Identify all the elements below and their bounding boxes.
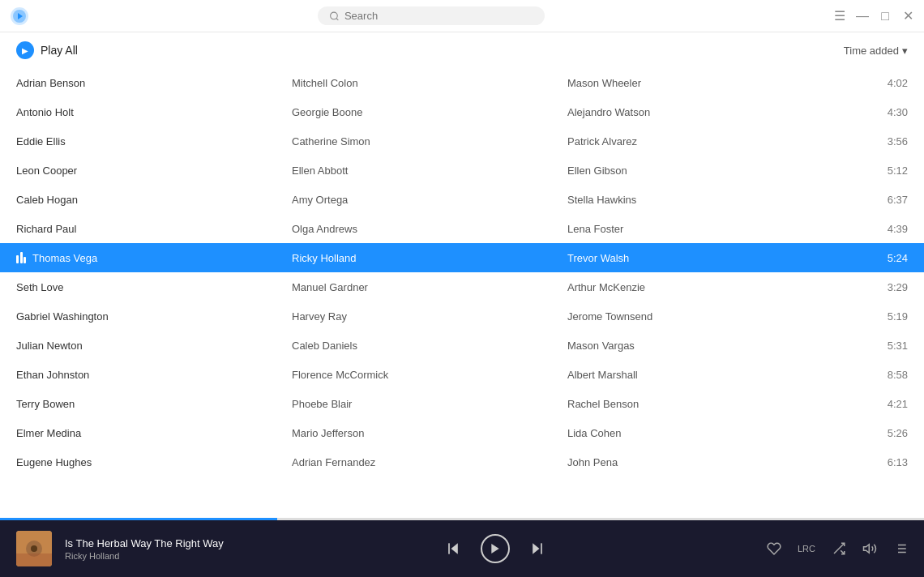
track-duration: 3:29 [843, 281, 908, 293]
track-duration: 4:39 [843, 223, 908, 235]
track-composer: Albert Marshall [567, 369, 843, 381]
minimize-button[interactable]: — [856, 10, 869, 23]
track-name: Julian Newton [16, 340, 83, 352]
track-artist: Phoebe Blair [292, 398, 567, 410]
track-name: Terry Bowen [16, 398, 75, 410]
track-row[interactable]: Caleb Hogan Amy Ortega Stella Hawkins 6:… [0, 185, 924, 214]
track-row[interactable]: Antonio Holt Georgie Boone Alejandro Wat… [0, 97, 924, 126]
now-playing-artist: Ricky Holland [65, 551, 224, 561]
track-row[interactable]: Eddie Ellis Catherine Simon Patrick Alva… [0, 126, 924, 156]
track-duration: 4:02 [843, 77, 908, 89]
track-row[interactable]: Thomas Vega Ricky Holland Trevor Walsh 5… [0, 243, 924, 272]
track-name: Adrian Benson [16, 77, 85, 89]
playing-icon [16, 252, 26, 263]
close-button[interactable]: ✕ [901, 10, 914, 23]
play-all-label: Play All [41, 44, 78, 57]
search-input[interactable] [344, 10, 533, 22]
track-artist: Harvey Ray [292, 310, 567, 323]
content-area: ▶ Play All Time added ▾ Adrian Benson Mi… [0, 32, 924, 520]
search-icon [329, 11, 340, 22]
now-playing-title: Is The Herbal Way The Right Way [65, 537, 224, 549]
heart-button[interactable] [767, 541, 781, 556]
track-artist: Florence McCormick [292, 369, 567, 381]
track-artist: Mitchell Colon [292, 77, 567, 89]
track-composer: Lida Cohen [567, 427, 843, 439]
track-name: Seth Love [16, 281, 64, 293]
track-list: Adrian Benson Mitchell Colon Mason Wheel… [0, 68, 924, 477]
track-artist: Georgie Boone [292, 106, 567, 118]
track-name-col: Julian Newton [16, 340, 292, 352]
search-bar[interactable] [318, 6, 545, 25]
track-composer: John Pena [567, 456, 843, 468]
track-name: Richard Paul [16, 223, 76, 235]
track-name: Thomas Vega [32, 252, 97, 264]
track-duration: 5:26 [843, 427, 908, 439]
track-name: Gabriel Washington [16, 310, 109, 323]
play-all-icon: ▶ [16, 41, 34, 59]
sort-control[interactable]: Time added ▾ [844, 45, 908, 57]
track-row[interactable]: Terry Bowen Phoebe Blair Rachel Benson 4… [0, 389, 924, 418]
svg-rect-10 [448, 543, 450, 553]
progress-bar-container [0, 518, 924, 520]
track-duration: 5:12 [843, 165, 908, 177]
track-row[interactable]: Gabriel Washington Harvey Ray Jerome Tow… [0, 301, 924, 331]
track-artist: Catherine Simon [292, 135, 567, 147]
track-duration: 6:13 [843, 456, 908, 468]
track-artist: Ellen Abbott [292, 165, 567, 177]
track-composer: Arthur McKenzie [567, 281, 843, 293]
svg-marker-11 [491, 544, 498, 553]
track-name: Eugene Hughes [16, 456, 92, 468]
app-logo [10, 6, 29, 26]
player-controls [237, 534, 754, 563]
volume-button[interactable] [862, 541, 877, 556]
track-row[interactable]: Adrian Benson Mitchell Colon Mason Wheel… [0, 68, 924, 97]
play-all-button[interactable]: ▶ Play All [16, 41, 78, 59]
right-controls: LRC [767, 541, 908, 556]
track-name-col: Caleb Hogan [16, 194, 292, 206]
track-row[interactable]: Seth Love Manuel Gardner Arthur McKenzie… [0, 272, 924, 301]
track-composer: Jerome Townsend [567, 310, 843, 323]
track-artist: Caleb Daniels [292, 340, 567, 352]
track-row[interactable]: Ethan Johnston Florence McCormick Albert… [0, 360, 924, 389]
progress-bar-fill [0, 518, 277, 520]
track-row[interactable]: Leon Cooper Ellen Abbott Ellen Gibson 5:… [0, 156, 924, 185]
track-artist: Amy Ortega [292, 194, 567, 206]
track-composer: Patrick Alvarez [567, 135, 843, 147]
track-row[interactable]: Richard Paul Olga Andrews Lena Foster 4:… [0, 214, 924, 243]
track-row[interactable]: Julian Newton Caleb Daniels Mason Vargas… [0, 331, 924, 360]
window-controls: ☰ — □ ✕ [833, 10, 914, 23]
track-name-col: Terry Bowen [16, 398, 292, 410]
track-duration: 3:56 [843, 135, 908, 147]
track-name: Caleb Hogan [16, 194, 78, 206]
svg-line-4 [336, 18, 338, 19]
sort-bar: ▶ Play All Time added ▾ [0, 32, 924, 68]
lrc-label: LRC [798, 544, 815, 553]
track-duration: 6:37 [843, 194, 908, 206]
track-duration: 5:31 [843, 340, 908, 352]
track-duration: 4:30 [843, 106, 908, 118]
svg-marker-9 [451, 543, 457, 553]
track-artist: Mario Jefferson [292, 427, 567, 439]
svg-rect-8 [16, 553, 52, 566]
prev-button[interactable] [445, 541, 461, 557]
track-name-col: Leon Cooper [16, 165, 292, 177]
queue-button[interactable] [893, 541, 908, 556]
track-row[interactable]: Eugene Hughes Adrian Fernandez John Pena… [0, 447, 924, 477]
track-row[interactable]: Elmer Medina Mario Jefferson Lida Cohen … [0, 418, 924, 447]
svg-point-3 [331, 12, 338, 19]
track-name: Ethan Johnston [16, 369, 89, 381]
maximize-button[interactable]: □ [879, 10, 892, 23]
track-name-col: Eddie Ellis [16, 135, 292, 147]
track-artist: Manuel Gardner [292, 281, 567, 293]
lrc-button[interactable]: LRC [798, 544, 815, 553]
track-name-col: Elmer Medina [16, 427, 292, 439]
track-artist: Adrian Fernandez [292, 456, 567, 468]
track-composer: Rachel Benson [567, 398, 843, 410]
shuffle-button[interactable] [832, 541, 846, 556]
play-pause-button[interactable] [481, 534, 510, 563]
svg-marker-16 [864, 545, 870, 553]
track-composer: Alejandro Watson [567, 106, 843, 118]
next-button[interactable] [529, 541, 545, 557]
menu-button[interactable]: ☰ [833, 10, 846, 23]
track-composer: Stella Hawkins [567, 194, 843, 206]
